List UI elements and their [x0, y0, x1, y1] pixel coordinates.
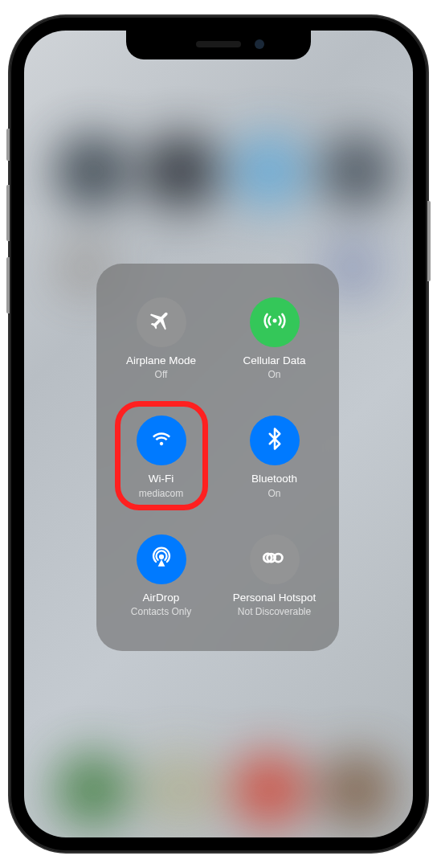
- airplane-mode-tile[interactable]: Airplane Mode Off: [104, 280, 218, 398]
- screen: Airplane Mode Off Cellular Data On: [24, 31, 413, 837]
- airdrop-status: Contacts Only: [131, 606, 191, 617]
- airplane-mode-button[interactable]: [137, 297, 186, 347]
- bluetooth-label: Bluetooth: [251, 472, 297, 486]
- mute-switch: [6, 129, 10, 161]
- bluetooth-status: On: [268, 488, 280, 499]
- airdrop-tile[interactable]: AirDrop Contacts Only: [104, 517, 218, 635]
- bluetooth-tile[interactable]: Bluetooth On: [218, 398, 331, 516]
- volume-down-button: [6, 257, 10, 313]
- personal-hotspot-status: Not Discoverable: [238, 606, 311, 617]
- hotspot-link-icon: [263, 546, 287, 573]
- cellular-data-label: Cellular Data: [243, 354, 305, 368]
- airplane-mode-label: Airplane Mode: [126, 354, 196, 368]
- personal-hotspot-tile[interactable]: Personal Hotspot Not Discoverable: [218, 517, 331, 635]
- volume-up-button: [6, 185, 10, 241]
- bluetooth-button[interactable]: [250, 416, 300, 465]
- personal-hotspot-button[interactable]: [250, 534, 300, 584]
- iphone-frame: Airplane Mode Off Cellular Data On: [10, 16, 427, 852]
- cellular-data-button[interactable]: [250, 297, 300, 347]
- notch: [126, 31, 311, 59]
- connectivity-panel: Airplane Mode Off Cellular Data On: [96, 264, 339, 651]
- svg-point-1: [158, 554, 163, 559]
- personal-hotspot-label: Personal Hotspot: [233, 591, 317, 605]
- airplane-mode-status: Off: [155, 369, 168, 380]
- airdrop-label: AirDrop: [143, 591, 180, 605]
- wifi-label: Wi-Fi: [149, 472, 174, 486]
- cellular-data-status: On: [268, 369, 280, 380]
- airplane-icon: [149, 309, 174, 336]
- cellular-data-tile[interactable]: Cellular Data On: [218, 280, 331, 398]
- airdrop-button[interactable]: [137, 534, 186, 584]
- wifi-tile[interactable]: Wi-Fi mediacom: [104, 398, 218, 516]
- wifi-button[interactable]: [137, 416, 186, 465]
- wifi-icon: [149, 427, 174, 454]
- svg-point-0: [272, 318, 276, 322]
- cellular-antenna-icon: [263, 309, 287, 336]
- airdrop-icon: [149, 546, 174, 573]
- bluetooth-icon: [263, 427, 287, 454]
- side-button: [427, 201, 431, 281]
- wifi-status: mediacom: [139, 488, 183, 499]
